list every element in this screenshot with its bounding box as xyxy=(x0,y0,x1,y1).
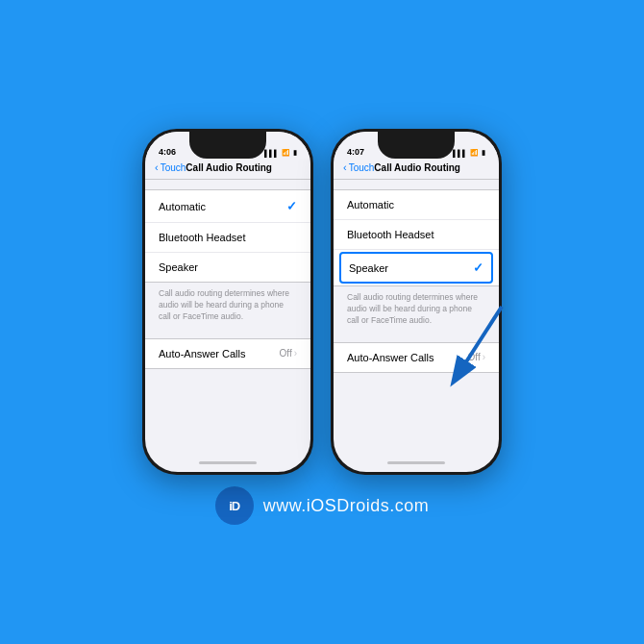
auto-answer-label-left: Auto-Answer Calls xyxy=(159,348,245,359)
back-label-left: Touch xyxy=(161,162,186,173)
row-speaker-left[interactable]: Speaker xyxy=(145,253,310,282)
auto-answer-label-right: Auto-Answer Calls xyxy=(347,352,433,363)
auto-answer-row-right[interactable]: Auto-Answer Calls Off › xyxy=(334,343,499,372)
status-icons-left: ▌▌▌ 📶 ▮ xyxy=(264,149,297,157)
home-indicator-right xyxy=(334,453,499,472)
chevron-right-icon-left: › xyxy=(294,348,297,359)
off-value-left: Off › xyxy=(280,348,298,359)
automatic-label-right: Automatic xyxy=(347,199,394,211)
description-left: Call audio routing determines where audi… xyxy=(145,283,310,331)
wifi-icon-right: 📶 xyxy=(470,149,479,157)
bluetooth-label-left: Bluetooth Headset xyxy=(159,232,246,243)
home-indicator-left xyxy=(145,453,310,472)
auto-answer-section-right: Auto-Answer Calls Off › xyxy=(334,342,499,373)
notch-right xyxy=(378,132,455,159)
logo: iD xyxy=(215,486,254,525)
bluetooth-label-right: Bluetooth Headset xyxy=(347,229,434,240)
nav-bar-right: ‹ Touch Call Audio Routing xyxy=(334,159,499,180)
speaker-label-right: Speaker xyxy=(349,262,388,274)
wifi-icon-left: 📶 xyxy=(282,149,290,157)
chevron-right-icon-right: › xyxy=(483,352,485,362)
battery-icon-left: ▮ xyxy=(293,149,297,157)
back-button-left[interactable]: ‹ Touch xyxy=(155,162,186,173)
phones-container: 4:06 ▌▌▌ 📶 ▮ ‹ Touch Call Audio Routing … xyxy=(142,129,502,475)
row-bluetooth-left[interactable]: Bluetooth Headset xyxy=(145,223,310,253)
phone-left: 4:06 ▌▌▌ 📶 ▮ ‹ Touch Call Audio Routing … xyxy=(142,129,313,475)
settings-section-right: Automatic Bluetooth Headset Speaker ✓ xyxy=(334,189,499,286)
auto-answer-row-left[interactable]: Auto-Answer Calls Off › xyxy=(145,339,310,368)
time-right: 4:07 xyxy=(347,147,364,157)
nav-title-left: Call Audio Routing xyxy=(186,162,272,173)
time-left: 4:06 xyxy=(159,147,176,157)
automatic-label-left: Automatic xyxy=(159,201,206,212)
checkmark-automatic-left: ✓ xyxy=(286,199,297,213)
home-bar-right xyxy=(387,461,445,464)
auto-answer-section-left: Auto-Answer Calls Off › xyxy=(145,338,310,369)
footer: iD www.iOSDroids.com xyxy=(215,486,430,525)
row-bluetooth-right[interactable]: Bluetooth Headset xyxy=(334,220,499,250)
battery-icon-right: ▮ xyxy=(482,149,485,157)
nav-title-right: Call Audio Routing xyxy=(374,162,460,173)
website-url: www.iOSDroids.com xyxy=(263,496,430,516)
phone-right: 4:07 ▌▌▌ 📶 ▮ ‹ Touch Call Audio Routing xyxy=(331,129,502,475)
nav-bar-left: ‹ Touch Call Audio Routing xyxy=(145,159,310,180)
speaker-label-left: Speaker xyxy=(159,261,198,273)
row-automatic-right[interactable]: Automatic xyxy=(334,190,499,220)
off-text-left: Off xyxy=(280,348,292,359)
back-button-right[interactable]: ‹ Touch xyxy=(343,162,374,173)
row-speaker-right[interactable]: Speaker ✓ xyxy=(339,252,493,284)
checkmark-speaker-right: ✓ xyxy=(473,260,483,275)
signal-icon-right: ▌▌▌ xyxy=(453,150,467,157)
signal-icon-left: ▌▌▌ xyxy=(264,150,279,157)
row-automatic-left[interactable]: Automatic ✓ xyxy=(145,190,310,223)
logo-text: iD xyxy=(229,499,239,513)
notch-left xyxy=(189,132,266,159)
description-right: Call audio routing determines where audi… xyxy=(334,286,499,334)
off-text-right: Off xyxy=(468,352,481,362)
settings-section-left: Automatic ✓ Bluetooth Headset Speaker xyxy=(145,189,310,283)
phone-right-wrapper: 4:07 ▌▌▌ 📶 ▮ ‹ Touch Call Audio Routing xyxy=(331,129,502,475)
chevron-left-icon-right: ‹ xyxy=(343,162,347,173)
back-label-right: Touch xyxy=(349,162,375,173)
chevron-left-icon: ‹ xyxy=(155,162,159,173)
home-bar-left xyxy=(199,461,257,464)
off-value-right: Off › xyxy=(468,352,486,362)
status-icons-right: ▌▌▌ 📶 ▮ xyxy=(453,149,485,157)
